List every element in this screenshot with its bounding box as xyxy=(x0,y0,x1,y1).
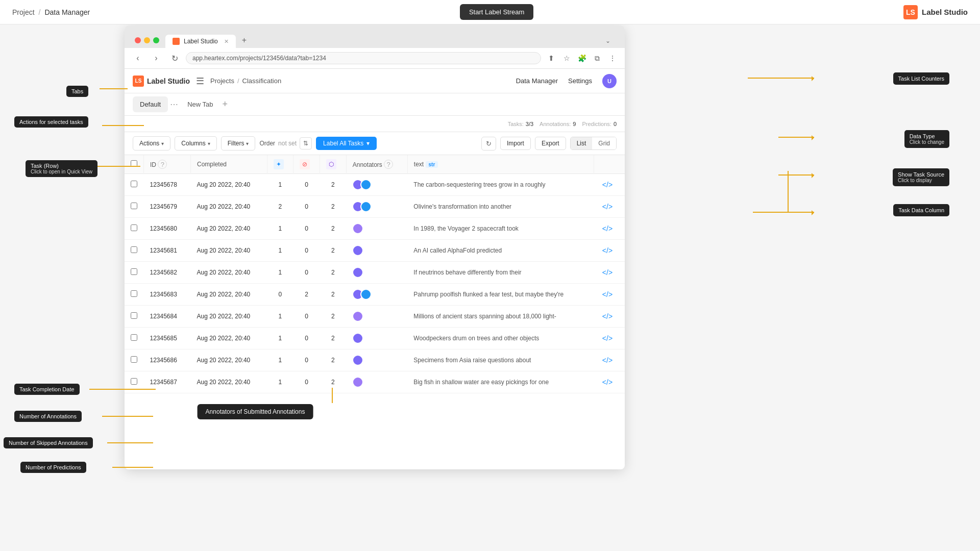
browser-collapse-button[interactable]: ⌄ xyxy=(605,37,610,44)
start-label-stream-button[interactable]: Start Label Stream xyxy=(460,4,533,20)
table-body: 12345678Aug 20 2022, 20:40102The carbon-… xyxy=(125,174,625,393)
table-row[interactable]: 12345686Aug 20 2022, 20:40102Specimens f… xyxy=(125,349,625,371)
address-bar[interactable] xyxy=(186,52,541,64)
task-date-cell: Aug 20 2022, 20:40 xyxy=(191,349,267,371)
task-date-cell: Aug 20 2022, 20:40 xyxy=(191,306,267,328)
table-row[interactable]: 12345682Aug 20 2022, 20:40102If neutrino… xyxy=(125,262,625,284)
view-source-button[interactable]: </> xyxy=(600,202,615,212)
table-row[interactable]: 12345680Aug 20 2022, 20:40102In 1989, th… xyxy=(125,218,625,240)
actions-button[interactable]: Actions ▾ xyxy=(133,136,170,151)
task-counters-bar: Tasks: 3/3 Annotations: 9 Predictions: 0 xyxy=(125,116,625,132)
row-checkbox[interactable] xyxy=(131,334,137,341)
table-row[interactable]: 12345678Aug 20 2022, 20:40102The carbon-… xyxy=(125,174,625,196)
row-checkbox[interactable] xyxy=(131,290,137,297)
grid-view-button[interactable]: Grid xyxy=(592,137,616,149)
tab-menu-button[interactable]: ⋯ xyxy=(170,99,178,109)
task-source-cell[interactable]: </> xyxy=(594,349,625,371)
task-source-cell[interactable]: </> xyxy=(594,371,625,393)
filters-button[interactable]: Filters ▾ xyxy=(221,136,256,151)
hamburger-menu-button[interactable]: ☰ xyxy=(196,76,204,87)
sort-button[interactable]: ⇅ xyxy=(300,137,312,149)
task-date-cell: Aug 20 2022, 20:40 xyxy=(191,284,267,306)
task-data-column-label: Task Data Column xyxy=(893,204,949,216)
tab-new[interactable]: New Tab xyxy=(180,96,220,112)
task-predictions-cell: 2 xyxy=(320,371,347,393)
task-source-cell[interactable]: </> xyxy=(594,174,625,196)
browser-extension-button[interactable]: 🧩 xyxy=(576,52,588,64)
id-info-icon[interactable]: ? xyxy=(158,160,167,169)
browser-bookmark-button[interactable]: ☆ xyxy=(560,52,573,64)
app-breadcrumb: Projects / Classification xyxy=(210,77,281,85)
view-source-button[interactable]: </> xyxy=(600,377,615,387)
row-checkbox[interactable] xyxy=(131,224,137,231)
skipped-icon: ⊘ xyxy=(300,159,310,169)
task-id-cell: 12345684 xyxy=(144,306,191,328)
label-all-tasks-button[interactable]: Label All Tasks ▾ xyxy=(316,137,377,150)
nav-data-manager-link[interactable]: Data Manager xyxy=(516,77,558,85)
task-skipped-cell: 0 xyxy=(293,240,320,262)
select-all-header[interactable] xyxy=(125,155,144,174)
close-window-button[interactable] xyxy=(135,37,141,43)
row-checkbox[interactable] xyxy=(131,246,137,253)
table-row[interactable]: 12345681Aug 20 2022, 20:40102An AI calle… xyxy=(125,240,625,262)
refresh-button[interactable]: ↻ xyxy=(481,137,496,151)
browser-new-tab-button[interactable]: + xyxy=(237,33,252,48)
columns-button[interactable]: Columns ▾ xyxy=(175,136,216,151)
row-checkbox[interactable] xyxy=(131,312,137,319)
row-checkbox[interactable] xyxy=(131,378,137,385)
browser-forward-button[interactable]: › xyxy=(149,51,163,65)
browser-tab-close[interactable]: ✕ xyxy=(224,38,229,45)
browser-tab-grid-button[interactable]: ⧉ xyxy=(591,52,603,64)
task-predictions-cell: 2 xyxy=(320,240,347,262)
tab-default[interactable]: Default xyxy=(133,96,168,112)
view-source-button[interactable]: </> xyxy=(600,180,615,190)
task-source-cell[interactable]: </> xyxy=(594,196,625,218)
table-row[interactable]: 12345683Aug 20 2022, 20:40022Pahrump poo… xyxy=(125,284,625,306)
browser-refresh-button[interactable]: ↻ xyxy=(167,51,182,65)
predictions-column-header: ⬡ xyxy=(320,155,347,174)
task-source-cell[interactable]: </> xyxy=(594,262,625,284)
table-row[interactable]: 12345687Aug 20 2022, 20:40102Big fish in… xyxy=(125,371,625,393)
view-source-button[interactable]: </> xyxy=(600,333,615,343)
view-source-button[interactable]: </> xyxy=(600,311,615,321)
row-checkbox[interactable] xyxy=(131,268,137,275)
import-button[interactable]: Import xyxy=(500,137,531,150)
task-source-cell[interactable]: </> xyxy=(594,218,625,240)
maximize-window-button[interactable] xyxy=(153,37,159,43)
task-annotations-cell: 0 xyxy=(267,284,293,306)
annotators-vertical-connector xyxy=(332,388,333,403)
nav-settings-link[interactable]: Settings xyxy=(568,77,592,85)
browser-tab-active[interactable]: Label Studio ✕ xyxy=(165,35,236,48)
str-type-badge[interactable]: str xyxy=(426,161,438,168)
browser-menu-button[interactable]: ⋮ xyxy=(606,52,619,64)
row-checkbox[interactable] xyxy=(131,356,137,363)
task-annotations-cell: 1 xyxy=(267,240,293,262)
task-annotators-cell xyxy=(346,284,407,306)
view-source-button[interactable]: </> xyxy=(600,245,615,256)
row-checkbox[interactable] xyxy=(131,203,137,209)
list-view-button[interactable]: List xyxy=(571,137,593,149)
browser-share-button[interactable]: ⬆ xyxy=(545,52,557,64)
export-button[interactable]: Export xyxy=(535,137,566,150)
task-source-cell[interactable]: </> xyxy=(594,284,625,306)
browser-back-button[interactable]: ‹ xyxy=(131,51,145,65)
view-source-button[interactable]: </> xyxy=(600,267,615,278)
row-checkbox[interactable] xyxy=(131,181,137,187)
view-source-button[interactable]: </> xyxy=(600,223,615,234)
order-section: Order not set ⇅ xyxy=(259,137,312,149)
task-source-cell[interactable]: </> xyxy=(594,240,625,262)
task-text-cell: Big fish in shallow water are easy picki… xyxy=(407,371,594,393)
minimize-window-button[interactable] xyxy=(144,37,150,43)
task-source-cell[interactable]: </> xyxy=(594,306,625,328)
task-source-cell[interactable]: </> xyxy=(594,328,625,349)
table-row[interactable]: 12345684Aug 20 2022, 20:40102Millions of… xyxy=(125,306,625,328)
app-breadcrumb-projects[interactable]: Projects xyxy=(210,77,234,85)
view-source-button[interactable]: </> xyxy=(600,355,615,365)
view-source-button[interactable]: </> xyxy=(600,289,615,299)
tab-add-button[interactable]: + xyxy=(223,99,228,110)
annotators-info-icon[interactable]: ? xyxy=(384,160,393,169)
tasks-counter: Tasks: 3/3 xyxy=(508,121,533,127)
table-row[interactable]: 12345685Aug 20 2022, 20:40102Woodpeckers… xyxy=(125,328,625,349)
app-breadcrumb-current: Classification xyxy=(242,77,282,85)
table-row[interactable]: 12345679Aug 20 2022, 20:40202Olivine's t… xyxy=(125,196,625,218)
